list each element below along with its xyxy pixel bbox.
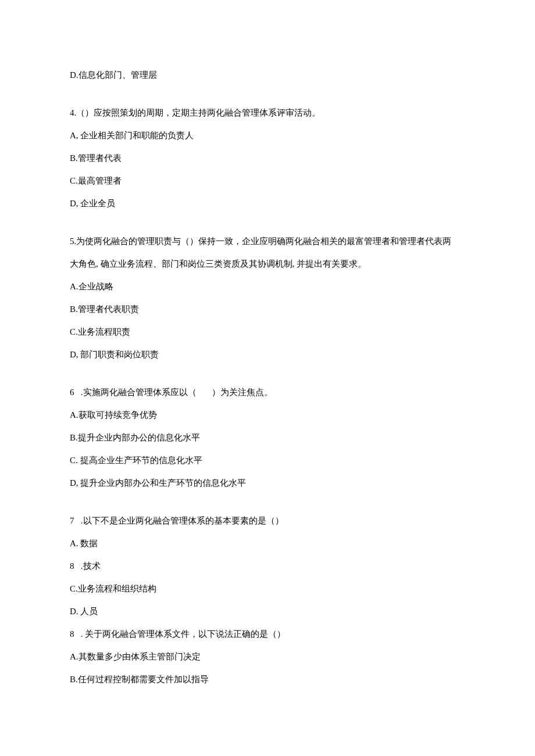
text-line: B.提升企业内部办公的信息化水平	[70, 427, 465, 449]
text-line: 7 .以下不是企业两化融合管理体系的基本要素的是（）	[70, 510, 465, 532]
text-line: A.企业战略	[70, 275, 465, 298]
text-line: 5.为使两化融合的管理职责与（）保持一致，企业应明确两化融合相关的最富管理者和管…	[70, 230, 465, 253]
text-line: D, 企业全员	[70, 192, 465, 215]
text-line: C.最高管理者	[70, 170, 465, 192]
text-line: D, 提升企业内部办公和生产环节的信息化水平	[70, 472, 465, 495]
text-line: A. 数据	[70, 532, 465, 555]
question-block: 4.（）应按照策划的周期，定期主持两化融合管理体系评审活动。A, 企业相关部门和…	[70, 102, 465, 215]
text-line: 8 . 关于两化融合管理体系文件，以下说法正确的是（）	[70, 623, 465, 646]
question-block: 6 .实施两化融合管理体系应以（ ）为关注焦点。A.获取可持续竞争优势B.提升企…	[70, 381, 465, 495]
question-block: 5.为使两化融合的管理职责与（）保持一致，企业应明确两化融合相关的最富管理者和管…	[70, 230, 465, 366]
text-line: D. 人员	[70, 600, 465, 623]
text-line: D.信息化部门、管理层	[70, 64, 465, 87]
text-line: B.管理者代表	[70, 147, 465, 170]
text-line: B.管理者代表职责	[70, 298, 465, 321]
text-line: B.任何过程控制都需要文件加以指导	[70, 668, 465, 691]
text-line: C. 提高企业生产环节的信息化水平	[70, 449, 465, 472]
text-line: C.业务流程职责	[70, 321, 465, 343]
text-line: 大角色, 确立业务流程、部门和岗位三类资质及其协调机制, 并提出有关要求。	[70, 253, 465, 275]
text-line: C.业务流程和组织结构	[70, 578, 465, 600]
text-line: 8 .技术	[70, 555, 465, 578]
question-block: D.信息化部门、管理层	[70, 64, 465, 87]
text-line: 4.（）应按照策划的周期，定期主持两化融合管理体系评审活动。	[70, 102, 465, 124]
text-line: D, 部门职责和岗位职责	[70, 343, 465, 366]
text-line: A, 企业相关部门和职能的负责人	[70, 124, 465, 147]
question-block: 7 .以下不是企业两化融合管理体系的基本要素的是（）A. 数据8 .技术C.业务…	[70, 510, 465, 691]
text-line: 6 .实施两化融合管理体系应以（ ）为关注焦点。	[70, 381, 465, 404]
document-page: D.信息化部门、管理层4.（）应按照策划的周期，定期主持两化融合管理体系评审活动…	[0, 0, 535, 726]
text-line: A.获取可持续竞争优势	[70, 404, 465, 427]
text-line: A.其数量多少由体系主管部门决定	[70, 646, 465, 668]
